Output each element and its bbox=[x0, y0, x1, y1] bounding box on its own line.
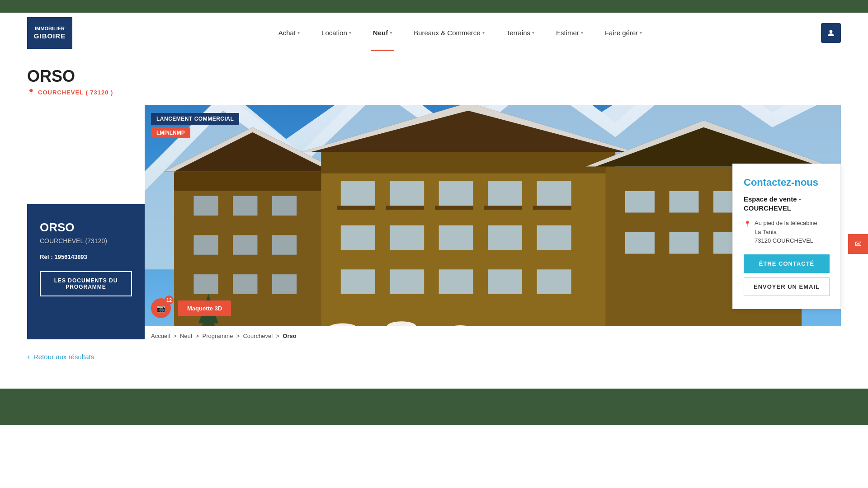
chevron-down-icon: ▾ bbox=[390, 30, 392, 35]
logo-wrapper[interactable]: IMMOBILIER GIBOIRE bbox=[27, 17, 72, 49]
svg-rect-39 bbox=[337, 206, 375, 210]
breadcrumb-courchevel[interactable]: Courchevel bbox=[243, 333, 273, 339]
user-icon bbox=[826, 28, 835, 38]
svg-rect-34 bbox=[341, 269, 375, 294]
header: IMMOBILIER GIBOIRE Achat ▾ Location ▾ Ne… bbox=[0, 13, 868, 53]
svg-rect-30 bbox=[390, 225, 424, 250]
property-name: ORSO bbox=[40, 221, 132, 235]
contact-title: Contactez-nous bbox=[744, 177, 830, 188]
image-actions: 📷 12 Maquette 3D bbox=[151, 298, 231, 318]
chevron-down-icon: ▾ bbox=[640, 30, 642, 35]
contact-panel: Contactez-nous Espace de vente - COURCHE… bbox=[732, 164, 841, 309]
svg-rect-7 bbox=[174, 171, 331, 191]
chevron-left-icon: ‹ bbox=[27, 352, 30, 361]
email-icon: ✉ bbox=[855, 239, 862, 249]
address-line2: La Tania bbox=[755, 228, 817, 237]
badge-lmp-lnmp: LMP/LNMP bbox=[151, 127, 190, 138]
main-content: ORSO 📍 COURCHEVEL ( 73120 ) ORSO COURCHE… bbox=[0, 53, 868, 380]
svg-rect-51 bbox=[625, 232, 655, 254]
chevron-down-icon: ▾ bbox=[532, 30, 534, 35]
contact-office: Espace de vente - COURCHEVEL bbox=[744, 195, 830, 212]
svg-rect-35 bbox=[390, 269, 424, 294]
svg-rect-14 bbox=[193, 235, 218, 254]
svg-rect-38 bbox=[537, 269, 571, 294]
property-image-area: LANCEMENT COMMERCIAL LMP/LNMP 📷 12 Maque… bbox=[145, 105, 841, 339]
chevron-down-icon: ▾ bbox=[482, 30, 485, 35]
property-location: COURCHEVEL (73120) bbox=[40, 237, 132, 244]
contact-email-button[interactable]: ENVOYER UN EMAIL bbox=[744, 277, 830, 296]
chevron-down-icon: ▾ bbox=[349, 30, 351, 35]
footer bbox=[0, 389, 868, 425]
svg-rect-19 bbox=[272, 274, 297, 294]
badge-lancement-commercial: LANCEMENT COMMERCIAL bbox=[151, 113, 239, 125]
page-title: ORSO bbox=[27, 67, 841, 86]
svg-rect-40 bbox=[386, 206, 425, 210]
nav-estimer[interactable]: Estimer ▾ bbox=[554, 29, 585, 37]
location-pin-icon: 📍 bbox=[27, 89, 35, 96]
nav-neuf[interactable]: Neuf ▾ bbox=[371, 29, 394, 37]
svg-rect-27 bbox=[488, 181, 522, 206]
breadcrumb-accueil[interactable]: Accueil bbox=[151, 333, 170, 339]
user-account-button[interactable] bbox=[821, 23, 841, 43]
nav-faire-gerer[interactable]: Faire gérer ▾ bbox=[603, 29, 644, 37]
contact-address: 📍 Au pied de la télécabine La Tania 7312… bbox=[744, 219, 830, 245]
svg-rect-42 bbox=[484, 206, 522, 210]
svg-rect-13 bbox=[272, 196, 297, 216]
breadcrumb-neuf[interactable]: Neuf bbox=[180, 333, 192, 339]
address-line1: Au pied de la télécabine bbox=[755, 219, 817, 228]
svg-point-0 bbox=[830, 30, 833, 33]
svg-rect-21 bbox=[321, 152, 615, 174]
svg-rect-47 bbox=[625, 191, 655, 213]
svg-rect-36 bbox=[439, 269, 473, 294]
svg-rect-31 bbox=[439, 225, 473, 250]
svg-rect-32 bbox=[488, 225, 522, 250]
svg-rect-37 bbox=[488, 269, 522, 294]
svg-rect-25 bbox=[390, 181, 424, 206]
svg-rect-16 bbox=[272, 235, 297, 254]
svg-rect-41 bbox=[435, 206, 473, 210]
svg-rect-43 bbox=[533, 206, 571, 210]
photo-gallery-button[interactable]: 📷 12 bbox=[151, 298, 171, 318]
left-info-panel: ORSO COURCHEVEL (73120) Réf : 1956143893… bbox=[27, 204, 145, 339]
svg-rect-11 bbox=[193, 196, 218, 216]
chevron-down-icon: ▾ bbox=[581, 30, 583, 35]
svg-rect-48 bbox=[669, 191, 698, 213]
svg-rect-18 bbox=[233, 274, 257, 294]
logo-brand: GIBOIRE bbox=[34, 32, 66, 40]
address-line3: 73120 COURCHEVEL bbox=[755, 236, 817, 245]
contact-primary-button[interactable]: ÊTRE CONTACTÉ bbox=[744, 254, 830, 273]
main-nav: Achat ▾ Location ▾ Neuf ▾ Bureaux & Comm… bbox=[99, 29, 821, 37]
nav-location[interactable]: Location ▾ bbox=[320, 29, 353, 37]
logo-subtitle: IMMOBILIER bbox=[34, 26, 66, 32]
floating-email-button[interactable]: ✉ bbox=[848, 234, 868, 254]
photo-count: 12 bbox=[165, 296, 174, 305]
address-pin-icon: 📍 bbox=[744, 220, 751, 229]
documents-button[interactable]: LES DOCUMENTS DU PROGRAMME bbox=[40, 271, 132, 296]
back-to-results-link[interactable]: ‹ Retour aux résultats bbox=[27, 352, 841, 361]
content-area: ORSO COURCHEVEL (73120) Réf : 1956143893… bbox=[27, 105, 841, 339]
svg-rect-29 bbox=[341, 225, 375, 250]
breadcrumb-programme[interactable]: Programme bbox=[202, 333, 233, 339]
svg-rect-17 bbox=[193, 274, 218, 294]
nav-bureaux[interactable]: Bureaux & Commerce ▾ bbox=[412, 29, 486, 37]
maquette-3d-button[interactable]: Maquette 3D bbox=[178, 300, 231, 316]
nav-terrains[interactable]: Terrains ▾ bbox=[505, 29, 536, 37]
svg-rect-24 bbox=[341, 181, 375, 206]
svg-rect-52 bbox=[669, 232, 698, 254]
chevron-down-icon: ▾ bbox=[297, 30, 300, 35]
property-ref: Réf : 1956143893 bbox=[40, 253, 132, 260]
camera-icon: 📷 bbox=[156, 304, 165, 313]
page-location: 📍 COURCHEVEL ( 73120 ) bbox=[27, 89, 841, 96]
top-bar bbox=[0, 0, 868, 13]
nav-achat[interactable]: Achat ▾ bbox=[277, 29, 302, 37]
svg-rect-26 bbox=[439, 181, 473, 206]
svg-rect-33 bbox=[537, 225, 571, 250]
svg-rect-12 bbox=[233, 196, 257, 216]
logo-box: IMMOBILIER GIBOIRE bbox=[27, 17, 72, 49]
breadcrumb: Accueil > Neuf > Programme > Courchevel … bbox=[145, 326, 841, 339]
breadcrumb-current: Orso bbox=[283, 333, 296, 339]
svg-rect-28 bbox=[537, 181, 571, 206]
svg-rect-15 bbox=[233, 235, 257, 254]
